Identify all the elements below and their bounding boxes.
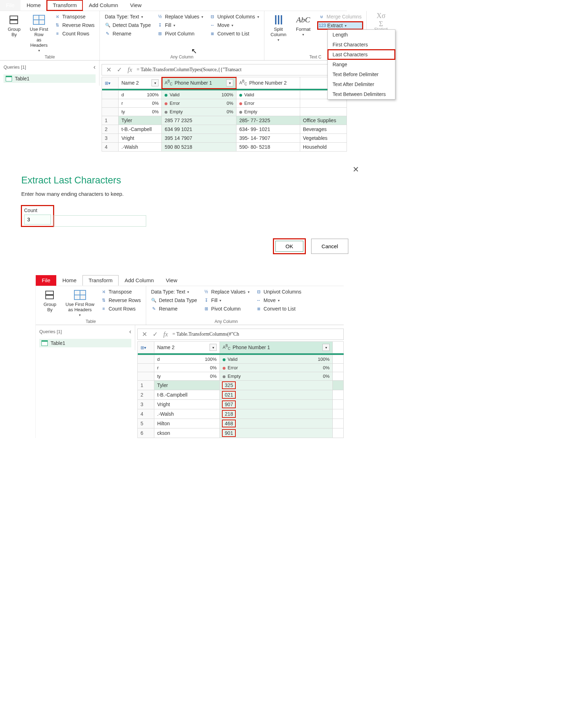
fill-button[interactable]: ↧Fill — [156, 22, 205, 29]
cell-phone1[interactable]: 021 — [220, 390, 333, 400]
pivot-button[interactable]: ⊞Pivot Column — [202, 305, 251, 312]
unpivot-button[interactable]: ⊟Unpivot Columns — [208, 13, 261, 20]
table-row[interactable]: 4.-Walsh218 — [138, 409, 344, 419]
reverse-rows-button[interactable]: ⇅Reverse Rows — [99, 297, 142, 304]
count-rows-button[interactable]: ≡Count Rows — [53, 30, 96, 37]
cell-name[interactable]: Tyler — [154, 381, 220, 390]
cell-name[interactable]: Hilton — [154, 419, 220, 428]
cell-category[interactable]: Beverages — [300, 125, 347, 134]
extract-after[interactable]: Text After Delimiter — [328, 79, 395, 89]
tab-transform[interactable]: Transform — [82, 275, 119, 286]
fx-icon[interactable]: fx — [162, 331, 170, 338]
cell-phone1[interactable]: 218 — [220, 409, 333, 419]
tab-addcolumn[interactable]: Add Column — [119, 275, 160, 286]
group-by-button[interactable]: Group By — [4, 13, 25, 38]
extract-button[interactable]: 123Extract — [318, 22, 363, 29]
query-table1[interactable]: Table1 — [39, 339, 131, 347]
cell-category[interactable]: Vegetables — [300, 134, 347, 143]
cell-phone2[interactable]: 634- 99- 1021 — [236, 125, 300, 134]
tab-home[interactable]: Home — [56, 275, 82, 286]
extract-last[interactable]: Last Characters — [328, 50, 395, 59]
cell-phone2[interactable]: 395- 14- 7907 — [236, 134, 300, 143]
extract-before[interactable]: Text Before Delimiter — [328, 69, 395, 79]
table-row[interactable]: 2t-B.-Campbell634 99 1021634- 99- 1021Be… — [102, 125, 347, 134]
table-row[interactable]: 5Hilton468 — [138, 419, 344, 428]
col-phone2[interactable]: ABCPhone Number 2 — [236, 77, 300, 89]
cell-phone1[interactable]: 907 — [220, 400, 333, 409]
cell-name[interactable]: t-B.-Campbell — [119, 125, 162, 134]
tab-view[interactable]: View — [160, 275, 183, 286]
cell-name[interactable]: Vright — [154, 400, 220, 409]
cell-phone1[interactable]: 468 — [220, 419, 333, 428]
cell-phone1[interactable]: 590 80 5218 — [162, 143, 236, 152]
table-row[interactable]: 6ckson901 — [138, 428, 344, 438]
col-phone1[interactable]: ABCPhone Number 1▾ — [162, 77, 236, 89]
collapse-icon[interactable]: ‹ — [129, 328, 131, 335]
cell-category[interactable]: Household — [300, 143, 347, 152]
rename-button[interactable]: ✎Rename — [150, 305, 199, 312]
extract-between[interactable]: Text Between Delimiters — [328, 89, 395, 99]
count-input[interactable] — [24, 215, 51, 224]
chevron-down-icon[interactable]: ▾ — [322, 344, 330, 351]
table-row[interactable]: 1Tyler285 77 2325285- 77- 2325Office Sup… — [102, 116, 347, 125]
chevron-down-icon[interactable]: ▾ — [226, 79, 233, 86]
ok-button[interactable]: OK — [275, 241, 304, 252]
accept-formula-icon[interactable]: ✓ — [151, 330, 159, 338]
fx-icon[interactable]: fx — [126, 66, 134, 74]
tab-transform[interactable]: Transform — [47, 0, 83, 11]
row-header-corner[interactable]: ⊞▾ — [138, 342, 154, 353]
move-button[interactable]: ↔Move — [208, 22, 261, 29]
tab-home[interactable]: Home — [21, 0, 47, 11]
tab-addcolumn[interactable]: Add Column — [83, 0, 124, 11]
tab-file[interactable]: File — [0, 0, 21, 11]
move-button[interactable]: ↔Move — [255, 297, 303, 304]
use-first-row-button[interactable]: Use First Row as Headers — [64, 288, 96, 318]
detect-type-button[interactable]: 🔍Detect Data Type — [103, 22, 152, 29]
formula-bar[interactable]: ✕ ✓ fx = Table.TransformColumnTypes(Sour… — [102, 64, 347, 75]
cell-name[interactable]: ckson — [154, 428, 220, 438]
query-table1[interactable]: Table1 — [4, 74, 96, 83]
replace-values-button[interactable]: ½Replace Values — [156, 13, 205, 20]
cell-name[interactable]: t-B.-Campbell — [154, 390, 220, 400]
table-row[interactable]: 3Vright395 14 7907395- 14- 7907Vegetable… — [102, 134, 347, 143]
count-rows-button[interactable]: ≡Count Rows — [99, 305, 142, 312]
fill-button[interactable]: ↧Fill — [202, 297, 251, 304]
unpivot-button[interactable]: ⊟Unpivot Columns — [255, 288, 303, 295]
col-name2[interactable]: Name 2▾ — [154, 342, 220, 353]
data-type-button[interactable]: Data Type: Text — [150, 288, 199, 295]
use-first-row-button[interactable]: Use First Row as Headers — [28, 13, 50, 53]
pivot-button[interactable]: ⊞Pivot Column — [156, 30, 205, 37]
convert-list-button[interactable]: ≣Convert to List — [208, 30, 261, 37]
cell-phone1[interactable]: 395 14 7907 — [162, 134, 236, 143]
group-by-button[interactable]: Group By — [39, 288, 61, 313]
col-name2[interactable]: Name 2▾ — [119, 77, 162, 89]
data-type-button[interactable]: Data Type: Text — [103, 13, 152, 20]
cell-phone2[interactable]: 285- 77- 2325 — [236, 116, 300, 125]
cell-name[interactable]: Vright — [119, 134, 162, 143]
table-row[interactable]: 3Vright907 — [138, 400, 344, 409]
cell-name[interactable]: Tyler — [119, 116, 162, 125]
row-header-corner[interactable]: ⊞▾ — [102, 77, 119, 89]
extract-length[interactable]: Length — [328, 30, 395, 40]
merge-columns-button[interactable]: ⊎Merge Columns — [318, 13, 363, 20]
format-button[interactable]: AbC Format — [293, 13, 314, 37]
table-row[interactable]: 4.-Walsh590 80 5218590- 80- 5218Househol… — [102, 143, 347, 152]
cell-name[interactable]: .-Walsh — [154, 409, 220, 419]
table-row[interactable]: 1Tyler325 — [138, 381, 344, 390]
split-column-button[interactable]: Split Column — [268, 13, 289, 42]
tab-file[interactable]: File — [36, 275, 56, 286]
col-phone1[interactable]: ABCPhone Number 1▾ — [220, 342, 333, 353]
chevron-down-icon[interactable]: ▾ — [152, 79, 159, 86]
transpose-button[interactable]: ⤭Transpose — [53, 13, 96, 20]
replace-values-button[interactable]: ½Replace Values — [202, 288, 251, 295]
cell-phone1[interactable]: 634 99 1021 — [162, 125, 236, 134]
collapse-icon[interactable]: ‹ — [93, 63, 96, 71]
formula-bar[interactable]: ✕ ✓ fx = Table.TransformColumns(#"Ch — [137, 329, 344, 340]
detect-type-button[interactable]: 🔍Detect Data Type — [150, 297, 199, 304]
table-row[interactable]: 2t-B.-Campbell021 — [138, 390, 344, 400]
cancel-button[interactable]: Cancel — [311, 239, 348, 254]
convert-list-button[interactable]: ≣Convert to List — [255, 305, 303, 312]
tab-view[interactable]: View — [124, 0, 148, 11]
rename-button[interactable]: ✎Rename — [103, 30, 152, 37]
cell-phone1[interactable]: 285 77 2325 — [162, 116, 236, 125]
